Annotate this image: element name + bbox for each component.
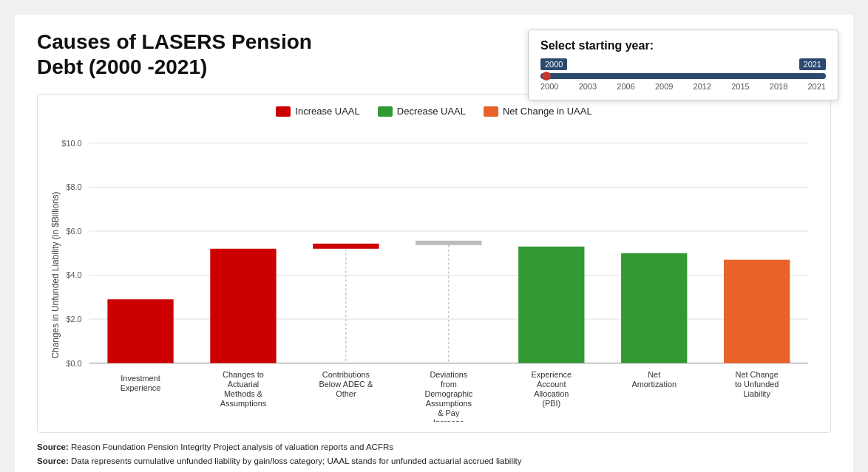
bar-deviations [416, 241, 481, 245]
slider-track[interactable] [540, 73, 826, 79]
page-title: Causes of LASERS Pension Debt (2000 -202… [37, 30, 407, 79]
xlabel-exp3: Allocation [534, 389, 569, 398]
legend-decrease-color [378, 106, 393, 117]
xlabel-dev5: & Pay [438, 408, 460, 417]
slider-start-label: 2000 [540, 58, 567, 70]
year-label-2018: 2018 [770, 82, 787, 91]
y-label-0: $0.0 [66, 359, 81, 368]
legend-net-color [484, 106, 498, 117]
legend-increase-color [276, 106, 291, 117]
xlabel-dev4: Assumptions [426, 399, 472, 408]
xlabel-net-amort2: Amortization [631, 380, 677, 389]
source-bold-1: Source: [37, 442, 69, 451]
slider-labels-top: 2000 2021 [540, 58, 826, 70]
xlabel-changes3: Methods & [224, 389, 263, 398]
chart-svg: Changes in Unfunded Liability (in $Billi… [45, 129, 823, 422]
y-label-6: $6.0 [66, 227, 81, 236]
year-label-2021: 2021 [807, 82, 825, 91]
slider-year-labels: 2000 2003 2006 2009 2012 2015 2018 2021 [540, 82, 826, 91]
year-label-2012: 2012 [694, 82, 711, 91]
legend-decrease: Decrease UAAL [378, 106, 466, 117]
year-selector-title: Select starting year: [540, 39, 826, 52]
xlabel-changes1: Changes to [223, 371, 264, 380]
bar-actuarial-methods [210, 249, 276, 363]
xlabel-changes4: Assumptions [220, 399, 267, 408]
year-label-2003: 2003 [579, 82, 597, 91]
xlabel-exp1: Experience [531, 371, 572, 380]
legend-net: Net Change in UAAL [484, 106, 592, 117]
xlabel-contrib2: Below ADEC & [319, 380, 373, 389]
source-line-1: Source: Reason Foundation Pension Integr… [37, 440, 831, 454]
bar-investment-experience [107, 299, 173, 363]
year-label-2009: 2009 [655, 82, 673, 91]
xlabel-experience: Experience [121, 383, 161, 392]
title-line1: Causes of LASERS Pension [37, 30, 312, 53]
chart-legend: Increase UAAL Decrease UAAL Net Change i… [45, 106, 823, 117]
xlabel-contrib3: Other [336, 389, 356, 398]
source-section: Source: Reason Foundation Pension Integr… [37, 440, 831, 468]
year-label-2015: 2015 [731, 82, 749, 91]
xlabel-contrib1: Contributions [322, 371, 370, 380]
chart-svg-wrapper: Changes in Unfunded Liability (in $Billi… [45, 129, 823, 425]
title-line2: Debt (2000 -2021) [37, 55, 207, 78]
source-line-2: Source: Data represents cumulative unfun… [37, 454, 831, 468]
xlabel-investment: Investment [121, 374, 160, 383]
bar-experience-account [518, 247, 584, 363]
source-bold-2: Source: [37, 456, 69, 465]
xlabel-exp2: Account [537, 380, 566, 389]
bar-net-amortization [621, 253, 687, 363]
xlabel-exp4: (PBI) [542, 399, 560, 408]
chart-area: Increase UAAL Decrease UAAL Net Change i… [37, 94, 831, 433]
xlabel-changes2: Actuarial [228, 380, 259, 389]
xlabel-net-amort1: Net [648, 371, 660, 380]
xlabel-nc1: Net Change [736, 371, 779, 380]
y-label-4: $4.0 [66, 271, 81, 280]
year-label-2000: 2000 [540, 82, 558, 91]
slider-end-label: 2021 [799, 58, 826, 70]
y-label-8: $8.0 [66, 183, 81, 192]
year-selector-panel: Select starting year: 2000 2021 2000 200… [528, 30, 838, 100]
xlabel-dev1: Deviations [430, 371, 467, 380]
xlabel-dev3: Demographic [424, 389, 472, 398]
xlabel-nc2: to Unfunded [735, 380, 779, 389]
main-container: Causes of LASERS Pension Debt (2000 -202… [15, 15, 853, 472]
xlabel-dev2: from [441, 380, 457, 389]
slider-thumb[interactable] [542, 72, 551, 81]
source-text-2: Data represents cumulative unfunded liab… [71, 456, 521, 465]
xlabel-nc3: Liability [743, 389, 770, 398]
y-label-2: $2.0 [66, 315, 81, 324]
bar-contributions [313, 244, 379, 249]
xlabel-dev6: Increase [433, 418, 464, 422]
y-axis-label: Changes in Unfunded Liability (in $Billi… [50, 192, 61, 359]
legend-increase: Increase UAAL [276, 106, 359, 117]
y-label-10: $10.0 [61, 139, 81, 148]
legend-decrease-label: Decrease UAAL [397, 106, 466, 117]
bar-net-change [724, 260, 790, 363]
legend-increase-label: Increase UAAL [295, 106, 359, 117]
year-label-2006: 2006 [617, 82, 634, 91]
source-text-1: Reason Foundation Pension Integrity Proj… [71, 442, 393, 451]
legend-net-label: Net Change in UAAL [503, 106, 592, 117]
